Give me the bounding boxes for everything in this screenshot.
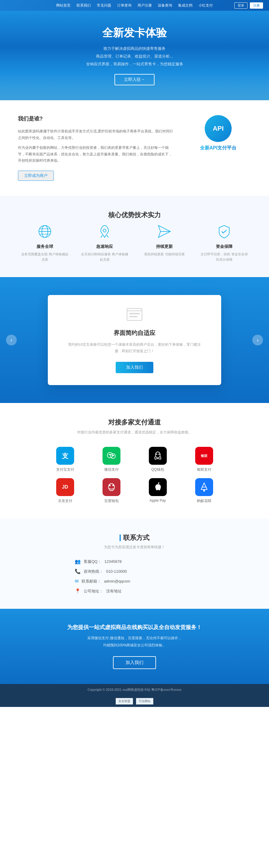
hero-cta-button[interactable]: 立即入驻→ — [114, 74, 155, 85]
nav-home[interactable]: 网站首页 — [56, 3, 71, 8]
nav-contact[interactable]: 联系我们 — [77, 3, 91, 8]
contact-subtitle: 为您卡为您实现过发卡虎加简单快捷！ — [18, 545, 251, 550]
ant-name: 蚂蚁花呗 — [197, 498, 211, 503]
alipay-name: 支付宝支付 — [56, 467, 74, 472]
login-button[interactable]: 登录 — [234, 2, 247, 9]
svg-point-18 — [112, 455, 113, 456]
rocket-icon — [96, 222, 114, 240]
wechat-name: 微信支付 — [104, 467, 119, 472]
register-button[interactable]: 注册 — [250, 2, 263, 9]
contact-section: 联系方式 为您卡为您实现过发卡虎加简单快捷！ 👥 客服QQ： 12345678 … — [0, 519, 269, 609]
api-sub-label: 全新API支付平台 — [200, 145, 237, 151]
contact-phone: 📞 咨询热线： 010-110000 — [75, 568, 194, 574]
hero-sub3: 全响应式界面，简易操作，一站式寄售卡，为您稳定服务 — [86, 60, 183, 68]
nav-links: 网站首页 联系我们 常见问题 订单查询 用户注册 设备查询 集成文档 小红支付 — [6, 3, 263, 8]
contact-phone-label: 咨询热线： — [84, 569, 103, 574]
core-section: 核心优势技术实力 服务全球 业务范围覆盖全国 商户体验媲起尤美 — [0, 196, 269, 277]
api-circle: API — [205, 115, 232, 142]
hero-sub1: 致力于解决虚拟商品的快捷寄售服务 — [86, 45, 183, 53]
svg-point-5 — [103, 229, 106, 232]
icp-badge-2[interactable]: 可信网站 — [136, 698, 153, 705]
contact-email: ✉ 联系邮箱： admin@qqcom — [75, 578, 194, 584]
feature-security-name: 资金保障 — [216, 244, 233, 249]
contact-info: 👥 客服QQ： 12345678 📞 咨询热线： 010-110000 ✉ 联系… — [75, 559, 194, 594]
payment-wechat: 微信支付 — [91, 447, 132, 472]
qq-name: QQ钱包 — [151, 467, 164, 472]
footer-join-button[interactable]: 加入我们 — [113, 656, 156, 669]
nav-order[interactable]: 订单查询 — [117, 3, 132, 8]
svg-point-16 — [109, 454, 110, 455]
carousel-next-button[interactable]: › — [252, 335, 263, 345]
carousel-title: 界面简约自适应 — [66, 329, 203, 337]
carousel-icon — [66, 307, 203, 324]
hero-section: 全新发卡体验 致力于解决虚拟商品的快捷寄售服务 商品管理、订单记录、收益统计、渠… — [0, 11, 269, 100]
baidu-name: 百度钱包 — [104, 498, 119, 503]
nav-faq[interactable]: 常见问题 — [97, 3, 111, 8]
hero-sub2: 商品管理、订单记录、收益统计、渠道分析... — [86, 53, 183, 60]
carousel-section: ‹ 界面简约自适应 简约的UI交互体验可以给您一个体验丰富高的商户后台，更好的下… — [0, 277, 269, 403]
svg-point-20 — [155, 452, 160, 458]
feature-fast: 急速响应 全天候10秒响应服务 商户体验媲起尤美 — [81, 222, 129, 262]
applepay-name: Apple Pay — [150, 498, 166, 503]
payment-alipay: 支 支付宝支付 — [45, 447, 85, 472]
unionpay-logo: 银联 — [195, 447, 213, 465]
feature-global: 服务全球 业务范围覆盖全国 商户体验媲起尤美 — [21, 222, 69, 262]
applepay-logo — [149, 478, 167, 496]
feature-update-name: 持续更新 — [156, 244, 173, 249]
qq-icon: 👥 — [75, 559, 81, 564]
feature-fast-name: 急速响应 — [96, 244, 113, 249]
unionpay-name: 银联支付 — [197, 467, 211, 472]
hero-title: 全新发卡体验 — [102, 26, 167, 40]
contact-qq-value: 12345678 — [104, 559, 122, 564]
qq-logo — [149, 447, 167, 465]
who-title: 我们是谁? — [18, 115, 173, 122]
carousel-desc: 简约的UI交互体验可以给您一个体验丰富高的商户后台，更好的下单体验，零门槛注册，… — [66, 342, 203, 354]
nav-pay[interactable]: 小红支付 — [198, 3, 213, 8]
carousel-prev-button[interactable]: ‹ — [6, 335, 17, 345]
who-text: 我们是谁? 站此图库源码康属于软件计算机或手开发方式引流,爱护归前市场的电子商务… — [18, 115, 173, 181]
become-merchant-button[interactable]: 立即成为商户 — [18, 170, 54, 181]
svg-point-19 — [113, 455, 114, 456]
feature-update: 持续更新 系统持续更新 功能持续完善 — [140, 222, 188, 262]
payment-jd: JD 京东支付 — [45, 478, 85, 503]
payment-ant: 蚂蚁花呗 — [184, 478, 224, 503]
footer-cta-sub2: 均领预到100%商城安全公司强烈体验。 — [18, 642, 251, 649]
contact-address-label: 公司地址： — [84, 589, 103, 594]
svg-point-24 — [109, 485, 111, 486]
payment-grid: 支 支付宝支付 微信支付 — [45, 447, 224, 503]
contact-phone-value: 010-110000 — [106, 569, 127, 574]
svg-point-21 — [156, 454, 157, 455]
shield-icon — [215, 222, 233, 240]
icp-badge-1[interactable]: 安全联盟 — [116, 698, 133, 705]
nav-auth: 登录 注册 — [234, 2, 263, 9]
alipay-logo: 支 — [56, 447, 74, 465]
feature-security: 资金保障 次日即可结算，你的 资金安全得到充分保障 — [200, 222, 248, 262]
who-p1: 站此图库源码康属于软件计算机或手开发方式引流,爱护归前市场的电子商务平台系统。我… — [18, 128, 173, 141]
payment-baidu: 百度钱包 — [91, 478, 132, 503]
feature-security-desc: 次日即可结算，你的 资金安全得到充分保障 — [200, 252, 248, 262]
nav-docs[interactable]: 集成文档 — [178, 3, 192, 8]
contact-title: 联系方式 — [18, 533, 251, 542]
feature-fast-desc: 全天候10秒响应服务 商户体验媲起尤美 — [81, 252, 129, 262]
contact-address: 📍 公司地址： 没有地址 — [75, 588, 194, 594]
payment-title: 对接多家支付通道 — [18, 418, 251, 427]
nav-device[interactable]: 设备查询 — [158, 3, 172, 8]
contact-qq-label: 客服QQ： — [84, 559, 101, 564]
contact-email-label: 联系邮箱： — [82, 579, 101, 584]
payment-subtitle: 对接行业内最优质的多家支付通道，通道优选稳定，全力保障收益效能。 — [18, 430, 251, 435]
svg-point-26 — [203, 490, 205, 492]
footer-cta-sub1: 采用微信支付,微信通知，百度搜索，无论何不都可以操作， — [18, 634, 251, 642]
nav-register-link[interactable]: 用户注册 — [137, 3, 152, 8]
carousel-cta-button[interactable]: 加入我们 — [116, 362, 153, 373]
email-icon: ✉ — [75, 578, 79, 584]
paper-plane-icon — [155, 222, 173, 240]
core-title: 核心优势技术实力 — [18, 211, 251, 220]
contact-email-value: admin@qqcom — [104, 579, 130, 583]
footer-cta-section: 为您提供一站式虚拟商品在线购买以及全自动发货服务！ 采用微信支付,微信通知，百度… — [0, 609, 269, 684]
globe-icon — [36, 222, 54, 240]
svg-line-6 — [101, 235, 103, 238]
svg-point-22 — [158, 454, 160, 455]
who-section: 我们是谁? 站此图库源码康属于软件计算机或手开发方式引流,爱护归前市场的电子商务… — [0, 100, 269, 196]
svg-point-17 — [110, 454, 111, 455]
feature-global-name: 服务全球 — [36, 244, 53, 249]
